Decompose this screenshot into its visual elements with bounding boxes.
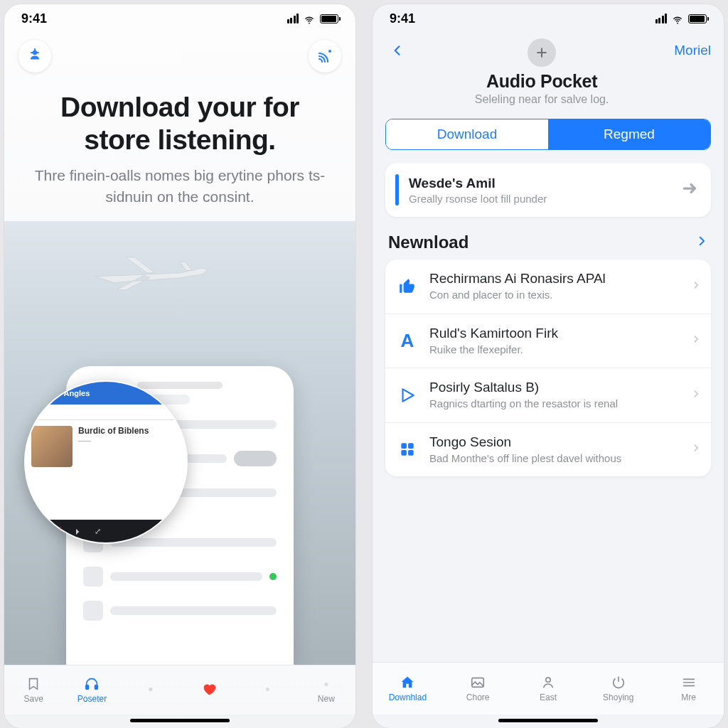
zoom-detail: Blind of Angles ‹⇣ Burdic of Biblens—— B… [24, 380, 188, 544]
chevron-right-icon [695, 235, 708, 250]
page-subtitle: Seleling near for salve log. [475, 93, 609, 106]
tab-5[interactable]: ● [238, 665, 296, 714]
featured-title: Wesde's Amil [409, 176, 671, 191]
back-button[interactable] [385, 38, 410, 63]
chevron-right-icon [691, 334, 701, 347]
status-time: 9:41 [390, 11, 415, 26]
zoom-title: Burdic of Biblens [78, 426, 149, 436]
promo-screen: 9:41 Download your for store listening. … [4, 4, 355, 728]
promo-subtext: Thre finein-oalls nomes big erytine phor… [4, 165, 355, 208]
tab-4[interactable] [180, 665, 238, 714]
tab-download[interactable]: Downhlad [373, 663, 443, 714]
status-time: 9:41 [21, 11, 47, 26]
segment-download[interactable]: Download [386, 119, 548, 149]
wifi-icon [303, 14, 316, 23]
battery-icon [320, 14, 338, 23]
list-item[interactable]: Rechirmans Ai Ronasirs APAlCon and place… [385, 259, 711, 314]
grid-icon [395, 437, 419, 461]
profile-button[interactable] [18, 40, 51, 73]
nav-bar: Audio Pocket Seleling near for salve log… [373, 33, 724, 106]
arrow-right-icon [681, 179, 700, 200]
cast-button[interactable] [309, 40, 341, 73]
tab-poseter[interactable]: Poseter [63, 665, 121, 714]
chevron-right-icon [691, 280, 701, 293]
tab-bar: Save Poseter ● ● ●New [4, 665, 355, 714]
nav-action[interactable]: Moriel [674, 38, 711, 58]
tab-more[interactable]: Mre [653, 663, 724, 714]
segment-regmed[interactable]: Regmed [548, 119, 710, 149]
tab-bar: Downhlad Chore East Shoying Mre [373, 662, 724, 714]
promo-headline: Download your for store listening. [4, 73, 355, 165]
tab-save[interactable]: Save [4, 665, 63, 714]
status-bar: 9:41 [4, 4, 355, 33]
status-bar: 9:41 [373, 4, 724, 33]
featured-subtitle: Greally rsonse loot fill punder [409, 193, 671, 205]
hero-image: Blind of Angles ‹⇣ Burdic of Biblens—— B… [4, 221, 355, 665]
chevron-right-icon [691, 443, 701, 456]
tab-shoying[interactable]: Shoying [583, 663, 653, 714]
add-button[interactable] [528, 38, 556, 67]
thumb-icon [395, 274, 419, 299]
list: Rechirmans Ai Ronasirs APAlCon and place… [385, 259, 711, 476]
letter-a-icon: A [395, 328, 419, 353]
list-item[interactable]: Posirly Saltalus B)Ragnics dtarting on t… [385, 368, 711, 423]
chevron-right-icon [691, 389, 701, 402]
list-item[interactable]: A Ruld's Kamirtoon FirkRuike the lfexepi… [385, 314, 711, 369]
featured-card[interactable]: Wesde's Amil Greally rsonse loot fill pu… [385, 163, 711, 217]
zoom-artwork [31, 426, 73, 467]
page-title: Audio Pocket [486, 71, 597, 92]
battery-icon [688, 14, 707, 23]
list-item[interactable]: Tongo SesionBad Monthe's off line plest … [385, 423, 711, 477]
play-icon [395, 383, 419, 407]
accent-bar [395, 174, 399, 205]
tab-new[interactable]: ●New [297, 665, 355, 714]
home-indicator[interactable] [130, 719, 230, 722]
airplane-icon [90, 251, 210, 294]
wifi-icon [671, 14, 684, 23]
tab-chore[interactable]: Chore [443, 663, 513, 714]
section-title: Newnload [388, 232, 469, 252]
signal-icon [655, 14, 668, 23]
zoom-tag: Burnone [33, 527, 61, 536]
tab-east[interactable]: East [513, 663, 584, 714]
section-header[interactable]: Newnload [373, 217, 724, 259]
segmented-control: Download Regmed [385, 119, 711, 150]
tab-3[interactable]: ● [122, 665, 180, 714]
home-indicator[interactable] [498, 719, 598, 722]
signal-icon [287, 14, 299, 23]
audio-pocket-screen: 9:41 Audio Pocket Seleling near for salv… [373, 4, 724, 728]
